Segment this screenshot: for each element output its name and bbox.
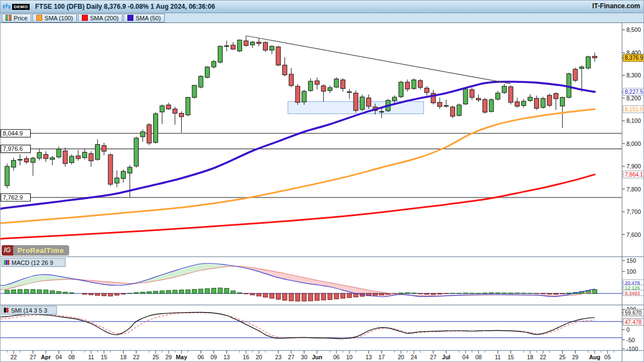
date-label: 08 [69,354,75,360]
candle-body [250,42,255,45]
candle-body [192,86,197,98]
level-label-text: 7,762.9 [3,194,23,201]
legend-tab-label: Price [14,15,27,21]
date-label: 06 [198,354,204,360]
candle[interactable] [134,137,138,168]
macd-histogram-bar [160,291,164,293]
candle[interactable] [199,75,203,88]
candle[interactable] [463,88,468,105]
legend-tab-sma-50[interactable]: SMA (50) [124,14,165,22]
candle[interactable] [334,77,339,88]
candle[interactable] [205,66,210,78]
candle-body [295,86,300,102]
candle-body [31,158,35,162]
macd-histogram-bar [134,292,138,293]
candle-body [225,46,229,46]
macd-histogram-bar [121,293,126,294]
sma-swatch-icon [82,15,88,21]
candle[interactable] [450,106,455,118]
macd-histogram-bar [463,293,468,293]
date-label: 22 [540,354,546,360]
candle-body [586,56,590,68]
candle-body [57,149,61,157]
candle-body [592,56,597,58]
price-swatch-icon [5,15,12,21]
candle[interactable] [276,46,281,66]
macd-histogram-bar [522,293,526,293]
candle-body [508,87,513,103]
legend-tab-sma-100[interactable]: SMA (100) [32,14,77,22]
candle-body [24,159,29,162]
macd-value-label: 12.126 [622,285,644,291]
candle[interactable] [508,86,513,105]
candle[interactable] [457,104,461,117]
candle[interactable] [573,67,578,82]
macd-indicator-tab[interactable]: MACD (12 26 9 [2,258,65,267]
candle-body [309,81,313,90]
macd-histogram-bar [424,293,429,295]
chart-area: 8,044.97,976.67,762.98,5008,4008,3008,20… [1,23,644,362]
legend-tab-price[interactable]: Price [2,14,31,22]
price-tick-label: 8,000 [626,140,641,147]
candle-body [134,138,138,166]
candle[interactable] [586,56,590,70]
macd-value-text: 8.3493 [625,291,640,296]
candle-body [399,82,403,97]
candle[interactable] [147,123,152,145]
candle-body [160,106,164,112]
macd-histogram-bar [244,293,248,294]
candle[interactable] [399,81,403,98]
macd-value-label: 20.478 [622,280,644,286]
candle[interactable] [153,112,158,144]
legend-tab-label: SMA (100) [44,15,73,21]
candle[interactable] [186,97,190,116]
candle[interactable] [547,94,552,108]
sma50-value-label-text: 8,227.5 [625,89,643,95]
candle[interactable] [412,78,416,90]
candle[interactable] [483,98,487,114]
candle[interactable] [541,97,545,109]
candle[interactable] [567,72,571,98]
macd-histogram-bar [283,293,287,300]
date-label: 25 [153,354,159,360]
candle[interactable] [237,39,242,52]
candle-body [276,47,281,65]
candle-body [457,105,461,115]
candle[interactable] [5,163,9,188]
candle-body [547,95,552,105]
prorealtime-logo: IG ProRealTime [2,245,69,256]
candle-body [541,99,545,108]
chart-canvas[interactable]: 8,044.97,976.67,762.98,5008,4008,3008,20… [1,23,644,362]
candle[interactable] [295,84,300,105]
candle-body [270,46,274,50]
macd-histogram-bar [379,293,384,295]
sma100-value-label: 8,151.0 [622,106,644,113]
candle-body [354,93,358,111]
site-link[interactable]: IT-Finance.com [592,2,640,10]
candle[interactable] [108,154,113,186]
candle-body [121,171,126,178]
date-label: Jul [442,354,450,360]
macd-histogram-bar [289,293,293,301]
smi-indicator-tab[interactable]: SMI (14 3 5 3 [2,306,57,314]
candle-body [334,79,339,87]
candle-body [186,98,190,115]
candle[interactable] [489,98,494,112]
date-label: 30 [301,354,307,360]
level-price-label: 7,762.9 [1,194,31,201]
date-label: 20 [398,354,405,360]
date-label: 10 [346,354,352,360]
candle-body [424,88,429,93]
candle-body [237,40,242,51]
legend-tab-sma-200[interactable]: SMA (200) [78,14,122,22]
last-price-label: 8,376.9 [622,54,644,61]
candle[interactable] [192,85,197,99]
date-label: 24 [411,354,417,360]
candle[interactable] [354,90,358,113]
candle[interactable] [360,94,365,111]
candle[interactable] [218,46,222,64]
macd-histogram-bar [328,293,332,299]
macd-histogram-bar [18,290,23,293]
candle-body [205,67,210,77]
candle-body [528,97,533,100]
